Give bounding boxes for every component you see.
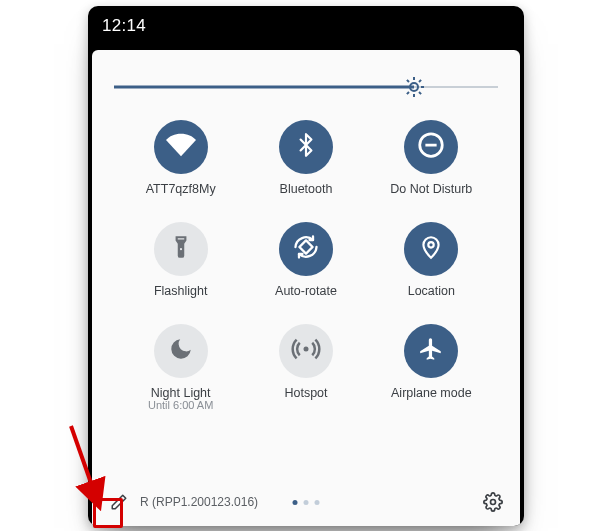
location-icon (418, 234, 444, 264)
tile-flashlight: Flashlight (118, 222, 243, 306)
quick-settings-panel: ATT7qzf8MyBluetoothDo Not DisturbFlashli… (92, 50, 520, 526)
tile-label: Airplane mode (391, 386, 472, 408)
page-dot[interactable] (304, 500, 309, 505)
tile-label: Hotspot (284, 386, 327, 408)
tile-label-text: Airplane mode (391, 386, 472, 401)
tile-label: Do Not Disturb (390, 182, 472, 204)
tile-label-text: ATT7qzf8My (146, 182, 216, 197)
tile-label: Location (408, 284, 455, 306)
phone-frame: 12:14 ATT7qzf8MyBluetoothDo Not DisturbF… (88, 6, 524, 526)
svg-point-12 (429, 242, 434, 247)
tile-bluetooth: Bluetooth (243, 120, 368, 204)
tile-location: Location (369, 222, 494, 306)
svg-line-6 (419, 92, 421, 94)
tile-dnd: Do Not Disturb (369, 120, 494, 204)
svg-rect-11 (299, 240, 312, 253)
page-dot[interactable] (293, 500, 298, 505)
tile-button-autorotate[interactable] (279, 222, 333, 276)
tile-label: Bluetooth (280, 182, 333, 204)
tile-airplane: Airplane mode (369, 324, 494, 412)
svg-point-0 (410, 83, 418, 91)
dnd-icon (416, 130, 446, 164)
tile-button-bluetooth[interactable] (279, 120, 333, 174)
status-bar: 12:14 (88, 6, 524, 46)
svg-point-14 (491, 500, 496, 505)
settings-button[interactable] (478, 487, 508, 517)
status-time: 12:14 (102, 16, 146, 36)
gear-icon (483, 492, 503, 512)
panel-footer: R (RPP1.200123.016) (92, 482, 520, 526)
night-light-icon (168, 336, 194, 366)
tile-button-wifi[interactable] (154, 120, 208, 174)
tile-sublabel: Until 6:00 AM (148, 399, 213, 412)
page-dot[interactable] (315, 500, 320, 505)
svg-line-7 (406, 92, 408, 94)
tile-label-text: Location (408, 284, 455, 299)
brightness-slider[interactable] (114, 60, 498, 114)
tile-label-text: Auto-rotate (275, 284, 337, 299)
svg-point-13 (303, 347, 308, 352)
svg-line-5 (406, 80, 408, 82)
build-label: R (RPP1.200123.016) (140, 495, 258, 509)
tile-button-location[interactable] (404, 222, 458, 276)
tile-wifi: ATT7qzf8My (118, 120, 243, 204)
tile-nightlight: Night LightUntil 6:00 AM (118, 324, 243, 412)
brightness-icon (402, 75, 426, 99)
tile-autorotate: Auto-rotate (243, 222, 368, 306)
tile-label: ATT7qzf8My (146, 182, 216, 204)
page-indicator[interactable] (293, 500, 320, 505)
airplane-icon (418, 336, 444, 366)
tile-label: Flashlight (154, 284, 208, 306)
tile-label-text: Hotspot (284, 386, 327, 401)
tile-button-hotspot[interactable] (279, 324, 333, 378)
hotspot-icon (291, 334, 321, 368)
tile-button-flashlight[interactable] (154, 222, 208, 276)
svg-line-8 (419, 80, 421, 82)
wifi-icon (166, 130, 196, 164)
tile-button-airplane[interactable] (404, 324, 458, 378)
tile-button-dnd[interactable] (404, 120, 458, 174)
flashlight-icon (168, 234, 194, 264)
tile-label: Auto-rotate (275, 284, 337, 306)
tile-label-text: Bluetooth (280, 182, 333, 197)
tile-button-nightlight[interactable] (154, 324, 208, 378)
pencil-icon (110, 493, 128, 511)
tiles-grid: ATT7qzf8MyBluetoothDo Not DisturbFlashli… (92, 120, 520, 412)
tile-label-text: Flashlight (154, 284, 208, 299)
auto-rotate-icon (292, 233, 320, 265)
brightness-fill (114, 86, 414, 89)
tile-label: Night LightUntil 6:00 AM (148, 386, 213, 412)
edit-tiles-button[interactable] (104, 487, 134, 517)
tile-hotspot: Hotspot (243, 324, 368, 412)
brightness-thumb[interactable] (401, 74, 427, 100)
bluetooth-icon (293, 132, 319, 162)
tile-label-text: Do Not Disturb (390, 182, 472, 197)
